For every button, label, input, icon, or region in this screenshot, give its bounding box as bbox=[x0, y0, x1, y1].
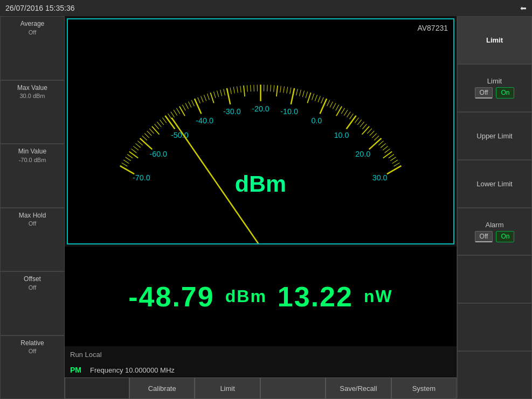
svg-line-1 bbox=[122, 163, 127, 166]
min-value-btn[interactable]: Min Value -70.0 dBm bbox=[0, 144, 65, 208]
svg-line-47 bbox=[251, 85, 251, 92]
svg-line-87 bbox=[370, 131, 375, 136]
alarm-off-btn[interactable]: Off bbox=[475, 231, 493, 242]
right-empty3 bbox=[457, 351, 532, 399]
frequency-bar: PM Frequency 10.000000 MHz bbox=[65, 362, 457, 377]
numeric-display: -48.79 dBm 13.22 nW bbox=[65, 247, 457, 346]
svg-line-3 bbox=[126, 157, 131, 161]
svg-line-34 bbox=[207, 94, 209, 100]
svg-line-83 bbox=[360, 122, 364, 127]
relative-btn[interactable]: Relative Off bbox=[0, 335, 65, 400]
limit-top-btn[interactable]: Limit bbox=[457, 16, 532, 64]
svg-line-64 bbox=[306, 92, 308, 98]
svg-line-65 bbox=[307, 93, 310, 103]
svg-line-80 bbox=[347, 116, 356, 129]
main-layout: Average Off Max Value 30.0 dBm Min Value… bbox=[0, 16, 532, 399]
svg-text:30.0: 30.0 bbox=[372, 173, 388, 182]
lower-limit-btn[interactable]: Lower Limit bbox=[457, 160, 532, 208]
svg-line-32 bbox=[201, 96, 204, 102]
svg-text:0.0: 0.0 bbox=[311, 116, 322, 125]
svg-line-6 bbox=[131, 149, 136, 152]
top-bar: 26/07/2016 15:35:36 ⬅ bbox=[0, 0, 532, 16]
upper-limit-label: Upper Limit bbox=[476, 132, 512, 140]
meter-svg: // This will be done via JS below dBm -7… bbox=[68, 19, 453, 243]
svg-line-81 bbox=[355, 117, 358, 123]
svg-line-61 bbox=[296, 89, 298, 95]
svg-line-62 bbox=[299, 90, 301, 96]
svg-line-92 bbox=[381, 143, 385, 148]
primary-unit: dBm bbox=[225, 286, 267, 306]
svg-line-9 bbox=[137, 141, 142, 145]
frequency-label: Frequency 10.000000 MHz bbox=[90, 366, 175, 374]
datetime-label: 26/07/2016 15:35:36 bbox=[5, 4, 74, 12]
svg-line-12 bbox=[144, 134, 149, 138]
svg-line-42 bbox=[233, 87, 234, 93]
alarm-toggle-btn[interactable]: Alarm Off On bbox=[457, 208, 532, 256]
limit-toggle-btn[interactable]: Limit Off On bbox=[457, 64, 532, 112]
calibrate-btn[interactable]: Calibrate bbox=[129, 377, 195, 399]
svg-line-46 bbox=[247, 85, 247, 92]
average-value: Off bbox=[3, 29, 62, 36]
svg-line-17 bbox=[157, 122, 161, 127]
svg-line-19 bbox=[162, 117, 166, 123]
toolbar-empty bbox=[65, 377, 129, 399]
svg-line-85 bbox=[362, 127, 369, 135]
average-btn[interactable]: Average Off bbox=[0, 16, 65, 80]
svg-line-76 bbox=[341, 108, 344, 114]
limit-btn[interactable]: Limit bbox=[195, 377, 260, 399]
svg-line-35 bbox=[210, 93, 213, 103]
svg-line-33 bbox=[204, 95, 206, 101]
svg-line-97 bbox=[390, 157, 396, 161]
svg-line-20 bbox=[165, 116, 175, 129]
svg-line-69 bbox=[321, 97, 324, 103]
svg-line-78 bbox=[347, 112, 350, 117]
svg-line-77 bbox=[344, 110, 348, 115]
svg-line-37 bbox=[217, 90, 218, 97]
save-recall-btn[interactable]: Save/Recall bbox=[326, 377, 391, 399]
bottom-toolbar: Calibrate Limit Save/Recall System bbox=[65, 377, 457, 399]
svg-line-38 bbox=[220, 90, 222, 96]
upper-limit-btn[interactable]: Upper Limit bbox=[457, 112, 532, 160]
svg-line-57 bbox=[284, 86, 285, 93]
lower-limit-label: Lower Limit bbox=[476, 180, 512, 188]
relative-label: Relative bbox=[3, 339, 62, 348]
offset-label: Offset bbox=[3, 275, 62, 284]
max-hold-label: Max Hold bbox=[3, 212, 62, 220]
svg-line-4 bbox=[127, 155, 133, 158]
max-hold-val: Off bbox=[3, 220, 62, 227]
offset-btn[interactable]: Offset Off bbox=[0, 271, 65, 335]
svg-line-15 bbox=[152, 127, 160, 135]
right-sidebar: Limit Limit Off On Upper Limit Lower Lim… bbox=[457, 16, 532, 399]
min-value-label: Min Value bbox=[3, 148, 62, 156]
svg-line-84 bbox=[362, 124, 367, 129]
svg-line-7 bbox=[133, 146, 139, 150]
svg-text:-40.0: -40.0 bbox=[196, 116, 213, 125]
meter-display: AV87231 // This will be done via JS belo… bbox=[67, 18, 454, 244]
svg-text:20.0: 20.0 bbox=[355, 150, 370, 158]
limit-toggle-row: Off On bbox=[475, 87, 515, 99]
limit-off-btn[interactable]: Off bbox=[475, 87, 493, 99]
max-value-btn[interactable]: Max Value 30.0 dBm bbox=[0, 80, 65, 144]
pm-label: PM bbox=[70, 366, 81, 374]
svg-line-60 bbox=[291, 88, 294, 104]
svg-line-21 bbox=[168, 114, 172, 119]
svg-text:-60.0: -60.0 bbox=[149, 150, 167, 158]
alarm-on-btn[interactable]: On bbox=[496, 231, 514, 242]
status-bar: Run Local bbox=[65, 346, 457, 362]
secondary-unit: nW bbox=[364, 286, 393, 306]
limit-top-label: Limit bbox=[486, 36, 503, 44]
system-btn[interactable]: System bbox=[391, 377, 457, 399]
limit-on-btn[interactable]: On bbox=[496, 87, 514, 99]
offset-val: Off bbox=[3, 284, 62, 291]
svg-text:-10.0: -10.0 bbox=[280, 108, 298, 116]
max-hold-btn[interactable]: Max Hold Off bbox=[0, 208, 65, 272]
svg-line-72 bbox=[330, 102, 333, 108]
svg-line-100 bbox=[387, 166, 402, 174]
svg-line-88 bbox=[372, 134, 377, 138]
right-empty1 bbox=[457, 255, 532, 303]
svg-text:-70.0: -70.0 bbox=[133, 173, 150, 182]
svg-line-44 bbox=[240, 86, 241, 93]
average-label: Average bbox=[3, 20, 62, 29]
svg-line-54 bbox=[274, 85, 274, 92]
svg-line-79 bbox=[349, 114, 353, 119]
